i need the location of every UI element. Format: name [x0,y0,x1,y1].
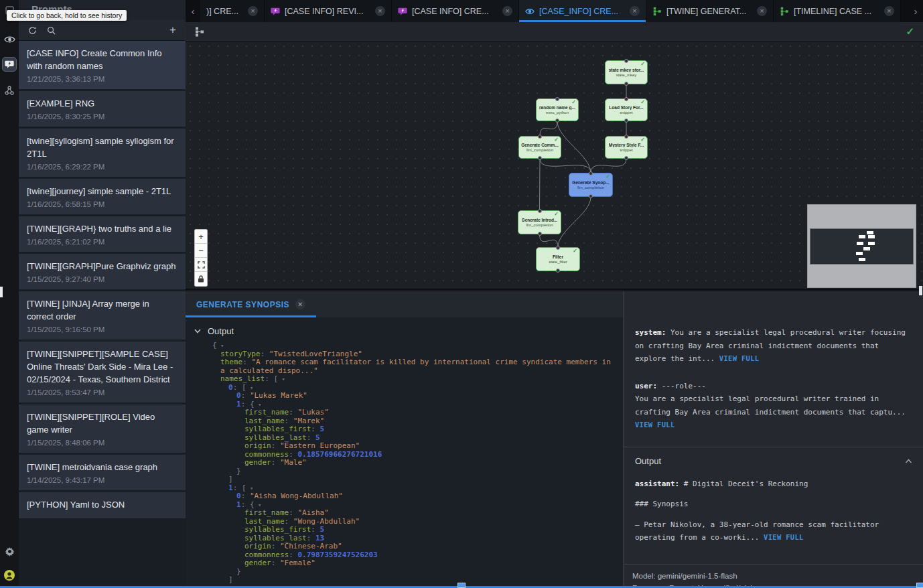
canvas-toolbar: ✓ [186,22,923,42]
json-line: gender: "Female" [186,559,623,568]
main-area: ‹ )] CRE...×[CASE INFO] REVI...×[CASE IN… [186,0,923,588]
prompt-list-item[interactable]: [TWINE] [JINJA] Array merge in correct o… [19,291,186,340]
tab-bar: ‹ )] CRE...×[CASE INFO] REVI...×[CASE IN… [186,0,923,22]
zoom-out-button[interactable]: − [195,244,207,258]
user-message-text: You are a specialist legal procedural wr… [635,394,906,417]
graph-node-filter[interactable]: Filterstate_filter✓ [536,247,580,271]
prompt-list-item[interactable]: [TWINE][GRAPH} two truths and a lie1/16/… [19,216,186,252]
node-success-check-icon: ✓ [573,248,577,254]
search-icon[interactable] [47,26,56,35]
minimap-node-dot [863,247,870,250]
horizontal-scrollbar-thumb[interactable] [457,583,466,588]
minimap-node-dot [868,235,875,238]
fit-view-glyph [198,261,205,269]
output-tab-strip: GENERATE SYNOPSIS × [186,291,623,317]
prompt-list-item[interactable]: [twine][journey] simple sample - 2T1L1/1… [19,179,186,214]
graph-node-generate_intro[interactable]: Generate Introd...llm_completion✓ [518,210,561,234]
tab-close-icon[interactable]: × [375,6,385,16]
editor-tab[interactable]: [TWINE] GENERAT...× [646,0,774,22]
fit-view-button[interactable] [195,258,207,272]
splitter-handle-left[interactable] [0,287,3,297]
lock-button[interactable] [195,272,207,286]
prompt-item-timestamp: 1/16/2025, 6:21:02 PM [27,237,178,246]
prompt-bubble-icon [5,60,14,69]
preview-eye-icon[interactable] [0,31,19,48]
tab-close-icon[interactable]: × [884,6,894,16]
close-icon[interactable]: × [295,299,305,309]
system-role-label: system: [635,328,666,337]
prompt-item-title: [TWINE] metroidvania case graph [27,461,178,473]
graph-canvas[interactable]: state mkey stor...state_mkey✓random name… [186,42,923,290]
editor-tab[interactable]: [CASE INFO] REVI...× [265,0,392,22]
node-subtitle: llm_completion [526,223,553,227]
prompt-list-item[interactable]: [TWINE][SNIPPET][SAMPLE CASE] Online Thr… [19,342,186,402]
settings-gear-icon[interactable] [0,542,19,560]
tab-scroll-right-icon[interactable]: › [908,0,923,22]
prompt-item-timestamp: 1/15/2025, 8:53:47 PM [27,388,178,397]
editor-tab-label: [CASE INFO] CRE... [412,7,498,16]
view-full-link-assistant[interactable]: VIEW FULL [764,533,804,541]
graph-node-random_name[interactable]: random name g...exec_python✓ [536,98,579,121]
graph-node-load_story[interactable]: Load Story For...snippet✓ [605,98,648,121]
graph-node-generate_synopsis[interactable]: Generate Synop...llm_completion✓ [569,173,613,197]
minimap-node-dot [859,235,865,238]
prompt-list-item[interactable]: [PYTHON] Yaml to JSON [19,492,186,518]
splitter-handle-right[interactable] [919,286,922,295]
prompt-item-title: [CASE INFO] Create Common Info with rand… [27,47,178,72]
prompt-item-timestamp: 1/16/2025, 8:30:25 PM [27,112,178,121]
prompt-list-item[interactable]: [TWINE][SNIPPET][ROLE] Video game writer… [19,405,186,453]
user-avatar[interactable] [0,567,19,584]
tab-close-icon[interactable]: × [502,6,512,16]
editor-tab[interactable]: [CASE_INFO] CRE...× [519,0,646,22]
search-glyph [47,26,56,35]
minimap-node-dot [868,242,875,245]
json-line: ] [186,475,623,484]
tab-close-icon[interactable]: × [630,6,640,16]
refresh-icon[interactable] [28,26,37,35]
prompts-toolbar: + [19,20,186,41]
model-line: Model: gemini/gemini-1.5-flash [632,570,915,582]
editor-tab[interactable]: )] CRE...× [200,0,265,22]
add-prompt-button[interactable]: + [169,23,176,37]
system-message-text: You are a specialist legal procedural wr… [635,328,906,363]
sidebar-item-prompts[interactable] [2,57,17,72]
prompt-item-timestamp: 1/14/2025, 9:43:17 PM [27,475,178,485]
node-title: random name g... [539,105,575,110]
tab-close-icon[interactable]: × [757,6,767,16]
view-full-link-user[interactable]: VIEW FULL [635,421,675,429]
back-history-tooltip: Click to go back, hold to see history [7,10,127,21]
node-title: Mystery Style F... [609,143,644,147]
tab-generate-synopsis[interactable]: GENERATE SYNOPSIS × [186,291,316,317]
node-subtitle: state_filter [549,260,567,264]
prompt-item-title: [twine][syllogism] sample syllogism for … [27,135,178,160]
zoom-in-button[interactable]: + [195,230,207,244]
tab-close-icon[interactable]: × [248,6,258,16]
node-subtitle: snippet [620,148,632,152]
editor-tab[interactable]: [TIMELINE] CASE ...× [774,0,901,22]
system-message: system: You are a specialist legal proce… [635,326,912,366]
prompt-list-item[interactable]: [TWINE][GRAPH]Pure Graphviz graph1/15/20… [19,254,186,289]
prompt-list-item[interactable]: [TWINE] metroidvania case graph1/14/2025… [19,455,186,490]
prompt-list-item[interactable]: [EXAMPLE] RNG1/16/2025, 8:30:25 PM [19,91,186,127]
view-full-link-system[interactable]: VIEW FULL [719,354,760,362]
horizontal-scrollbar-thumb-right[interactable] [916,583,923,588]
node-subtitle: llm_completion [577,186,604,190]
sidebar-item-flows[interactable] [0,82,19,99]
output-section-header[interactable]: Output [186,317,623,342]
json-output-tree[interactable]: { ▾storyType: "TwistedLoveTriangle"theme… [186,342,623,588]
prompts-panel: Prompts + [CASE INFO] Create Common Info… [19,0,186,588]
editor-tab[interactable]: [CASE INFO] CRE...× [392,0,519,22]
prompt-list-item[interactable]: [twine][syllogism] sample syllogism for … [19,129,186,177]
graph-node-state_mkey[interactable]: state mkey stor...state_mkey✓ [605,60,648,84]
minimap[interactable] [807,204,916,288]
detail-output-header[interactable]: Output [624,447,923,475]
prompt-item-title: [TWINE][SNIPPET][ROLE] Video game writer [27,411,178,436]
tab-scroll-left-icon[interactable]: ‹ [186,0,200,22]
graph-node-mystery_style[interactable]: Mystery Style F...snippet✓ [605,136,648,159]
synopsis-heading: ### Synopsis [635,498,912,511]
prompt-item-title: [TWINE] [JINJA] Array merge in correct o… [27,297,178,323]
auto-layout-icon[interactable] [194,27,204,37]
assistant-title-line: assistant: # Digital Deceit's Reckoning [635,477,912,491]
graph-node-generate_common[interactable]: Generate Comm...llm_completion✓ [518,136,561,159]
prompt-list-item[interactable]: [CASE INFO] Create Common Info with rand… [19,41,186,89]
